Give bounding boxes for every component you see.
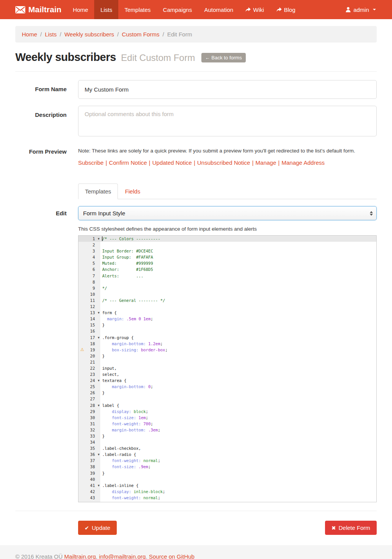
fold-arrow-icon[interactable]: ▾ [98, 334, 100, 341]
delete-form-button[interactable]: ✖Delete Form [325, 521, 377, 535]
editor-code-line[interactable]: font-weight: normal; [100, 457, 376, 464]
nav-item-automation[interactable]: Automation [198, 0, 239, 19]
preview-link-subscribe[interactable]: Subscribe [78, 159, 104, 166]
editor-code-line[interactable]: display: inline-block; [100, 489, 376, 495]
footer-link-source-on-github[interactable]: Source on GitHub [149, 553, 194, 559]
editor-code-line[interactable]: .form-group { [100, 334, 376, 341]
editor-code-line[interactable]: .label-radio { [100, 451, 376, 457]
editor-code-line[interactable]: margin-left: .3em; [100, 501, 376, 502]
editor-code-line[interactable]: Input Border: #DCE4EC [100, 248, 376, 254]
editor-code-line[interactable]: } [100, 322, 376, 328]
editor-gutter-cell[interactable]: 12 [78, 303, 100, 310]
nav-item-campaigns[interactable]: Campaigns [157, 0, 198, 19]
editor-code-line[interactable]: font-weight: normal; [100, 495, 376, 501]
editor-code-line[interactable] [100, 279, 376, 285]
editor-gutter-cell[interactable]: 27 [78, 396, 100, 402]
footer-link-info-mailtrain-org[interactable]: info@mailtrain.org [99, 553, 146, 559]
nav-item-wiki[interactable]: Wiki [239, 0, 270, 19]
editor-gutter-cell[interactable]: 38 [78, 464, 100, 470]
fold-arrow-icon[interactable]: ▾ [98, 451, 100, 457]
preview-link-confirm-notice[interactable]: Confirm Notice [109, 159, 147, 166]
editor-code-line[interactable]: margin-bottom: 1.2em; [100, 341, 376, 347]
editor-code-line[interactable]: margin-bottom: .3em; [100, 427, 376, 433]
editor-code-line[interactable]: /* --- General -------- */ [100, 297, 376, 303]
editor-gutter-cell[interactable]: 33 [78, 433, 100, 439]
editor-gutter-cell[interactable]: 25 [78, 384, 100, 390]
editor-gutter-cell[interactable]: 41▾ [78, 482, 100, 489]
editor-gutter-cell[interactable]: 13▾ [78, 310, 100, 316]
editor-code-line[interactable]: /* --- Colors ---------- [100, 236, 376, 242]
editor-code-line[interactable]: Anchor: #1F68D5 [100, 266, 376, 272]
editor-gutter-cell[interactable]: 10 [78, 291, 100, 297]
editor-gutter-cell[interactable]: 36▾ [78, 451, 100, 457]
editor-gutter-cell[interactable]: 43 [78, 495, 100, 501]
editor-gutter-cell[interactable]: 17▾ [78, 334, 100, 341]
fold-arrow-icon[interactable]: ▾ [98, 236, 100, 242]
editor-gutter-cell[interactable]: 23 [78, 371, 100, 377]
editor-gutter-cell[interactable]: 32 [78, 427, 100, 433]
breadcrumb-link-lists[interactable]: Lists [45, 31, 57, 38]
edit-template-select[interactable]: Form Input Style [78, 206, 377, 220]
editor-gutter-cell[interactable]: 20 [78, 353, 100, 359]
css-code-editor[interactable]: 1▾/* --- Colors ----------23Input Border… [78, 235, 377, 502]
editor-code-line[interactable]: Alerts: ... [100, 273, 376, 279]
editor-gutter-cell[interactable]: 28▾ [78, 402, 100, 408]
editor-code-line[interactable] [100, 439, 376, 445]
editor-code-line[interactable]: box-sizing: border-box; [100, 347, 376, 353]
brand[interactable]: Mailtrain [0, 0, 67, 19]
editor-code-line[interactable]: } [100, 470, 376, 476]
editor-gutter-cell[interactable]: 3 [78, 248, 100, 254]
editor-gutter-cell[interactable]: 5 [78, 260, 100, 266]
editor-gutter-cell[interactable]: ⚠19 [78, 347, 100, 353]
editor-gutter-cell[interactable]: 31 [78, 421, 100, 427]
editor-gutter-cell[interactable]: 40 [78, 476, 100, 482]
preview-link-manage-address[interactable]: Manage Address [281, 159, 325, 166]
preview-link-updated-notice[interactable]: Updated Notice [152, 159, 192, 166]
nav-item-templates[interactable]: Templates [118, 0, 157, 19]
editor-code-line[interactable]: font-weight: 700; [100, 421, 376, 427]
tab-templates[interactable]: Templates [78, 184, 118, 199]
editor-code-line[interactable] [100, 328, 376, 334]
back-to-forms-button[interactable]: ← Back to forms [201, 53, 246, 62]
editor-code-line[interactable] [100, 303, 376, 310]
fold-arrow-icon[interactable]: ▾ [98, 310, 100, 316]
editor-code-line[interactable]: Muted: #999999 [100, 260, 376, 266]
editor-code-line[interactable]: font-size: 1em; [100, 415, 376, 421]
preview-link-unsubscribed-notice[interactable]: Unsubscribed Notice [197, 159, 250, 166]
editor-gutter-cell[interactable]: 29 [78, 408, 100, 415]
nav-item-home[interactable]: Home [67, 0, 94, 19]
nav-item-lists[interactable]: Lists [94, 0, 118, 19]
editor-code-line[interactable]: } [100, 390, 376, 396]
fold-arrow-icon[interactable]: ▾ [98, 377, 100, 384]
editor-gutter-cell[interactable]: 9 [78, 285, 100, 291]
editor-gutter-cell[interactable]: 24▾ [78, 377, 100, 384]
editor-gutter-cell[interactable]: 30 [78, 415, 100, 421]
breadcrumb-link-weekly-subscribers[interactable]: Weekly subscribers [64, 31, 114, 38]
editor-gutter-cell[interactable]: 42 [78, 489, 100, 495]
editor-code-line[interactable]: */ [100, 285, 376, 291]
tab-fields[interactable]: Fields [118, 184, 147, 199]
editor-code-line[interactable]: select, [100, 371, 376, 377]
editor-gutter-cell[interactable]: 1▾ [78, 236, 100, 242]
editor-gutter-cell[interactable]: 4 [78, 254, 100, 260]
editor-gutter-cell[interactable]: 26 [78, 390, 100, 396]
nav-item-blog[interactable]: Blog [270, 0, 302, 19]
update-button[interactable]: ✔Update [78, 521, 117, 535]
editor-code-line[interactable] [100, 476, 376, 482]
user-menu[interactable]: admin [340, 0, 392, 19]
editor-gutter-cell[interactable]: 16 [78, 328, 100, 334]
editor-code-line[interactable]: margin: .5em 0 1em; [100, 316, 376, 322]
form-name-input[interactable] [78, 80, 377, 99]
editor-code-line[interactable]: Input Group: #FAFAFA [100, 254, 376, 260]
editor-code-line[interactable]: } [100, 433, 376, 439]
editor-gutter-cell[interactable]: 7 [78, 273, 100, 279]
editor-gutter-cell[interactable]: 2 [78, 242, 100, 248]
breadcrumb-link-home[interactable]: Home [22, 31, 37, 38]
editor-gutter-cell[interactable]: 6 [78, 266, 100, 272]
editor-code-line[interactable]: .label-checkbox, [100, 445, 376, 451]
editor-gutter-cell[interactable]: 14 [78, 316, 100, 322]
editor-gutter-cell[interactable]: 8 [78, 279, 100, 285]
editor-code-line[interactable] [100, 359, 376, 365]
editor-gutter-cell[interactable]: 15 [78, 322, 100, 328]
description-textarea[interactable] [78, 106, 377, 136]
